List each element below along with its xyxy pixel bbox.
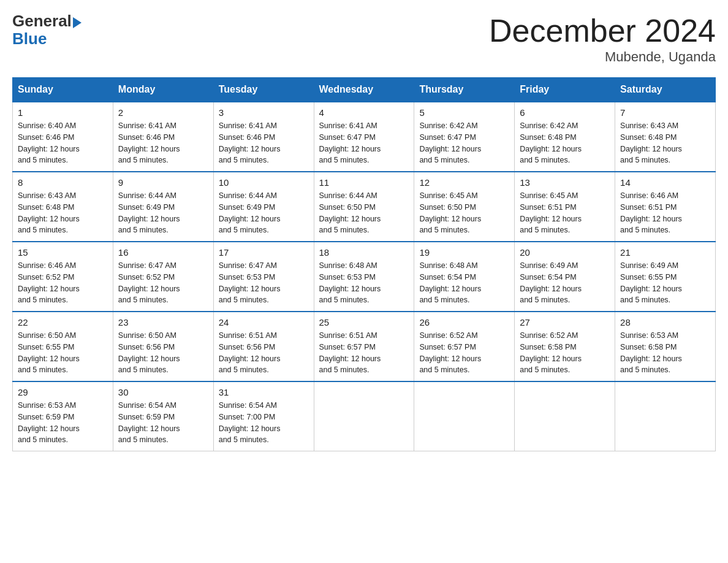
day-info: Sunrise: 6:53 AM Sunset: 6:58 PM Dayligh… bbox=[620, 330, 710, 376]
day-info: Sunrise: 6:54 AM Sunset: 7:00 PM Dayligh… bbox=[219, 400, 309, 446]
calendar-cell: 21 Sunrise: 6:49 AM Sunset: 6:55 PM Dayl… bbox=[615, 242, 716, 312]
day-number: 19 bbox=[419, 247, 509, 258]
logo-general-text: General bbox=[12, 12, 72, 30]
day-number: 24 bbox=[219, 317, 309, 327]
day-number: 11 bbox=[319, 177, 409, 188]
day-info: Sunrise: 6:44 AM Sunset: 6:49 PM Dayligh… bbox=[219, 190, 309, 236]
calendar-cell: 13 Sunrise: 6:45 AM Sunset: 6:51 PM Dayl… bbox=[515, 172, 615, 242]
col-wednesday: Wednesday bbox=[314, 78, 414, 102]
day-info: Sunrise: 6:51 AM Sunset: 6:56 PM Dayligh… bbox=[219, 330, 309, 376]
day-info: Sunrise: 6:53 AM Sunset: 6:59 PM Dayligh… bbox=[18, 400, 108, 446]
calendar-cell: 17 Sunrise: 6:47 AM Sunset: 6:53 PM Dayl… bbox=[213, 242, 314, 312]
day-number: 2 bbox=[118, 107, 208, 118]
calendar-cell bbox=[414, 381, 515, 451]
day-number: 8 bbox=[18, 177, 108, 188]
day-number: 18 bbox=[319, 247, 409, 258]
day-number: 1 bbox=[18, 107, 108, 118]
day-info: Sunrise: 6:47 AM Sunset: 6:52 PM Dayligh… bbox=[118, 260, 208, 306]
day-number: 22 bbox=[18, 317, 108, 327]
day-info: Sunrise: 6:44 AM Sunset: 6:49 PM Dayligh… bbox=[118, 190, 208, 236]
day-number: 13 bbox=[520, 177, 610, 188]
day-info: Sunrise: 6:49 AM Sunset: 6:54 PM Dayligh… bbox=[520, 260, 610, 306]
calendar-header: Sunday Monday Tuesday Wednesday Thursday… bbox=[13, 78, 716, 102]
day-info: Sunrise: 6:46 AM Sunset: 6:52 PM Dayligh… bbox=[18, 260, 108, 306]
day-number: 3 bbox=[219, 107, 309, 118]
calendar-table: Sunday Monday Tuesday Wednesday Thursday… bbox=[12, 77, 716, 451]
day-info: Sunrise: 6:42 AM Sunset: 6:48 PM Dayligh… bbox=[520, 120, 610, 166]
calendar-cell: 18 Sunrise: 6:48 AM Sunset: 6:53 PM Dayl… bbox=[314, 242, 414, 312]
day-info: Sunrise: 6:41 AM Sunset: 6:46 PM Dayligh… bbox=[118, 120, 208, 166]
calendar-cell: 23 Sunrise: 6:50 AM Sunset: 6:56 PM Dayl… bbox=[113, 312, 213, 381]
day-number: 17 bbox=[219, 247, 309, 258]
calendar-cell: 26 Sunrise: 6:52 AM Sunset: 6:57 PM Dayl… bbox=[414, 312, 515, 381]
calendar-cell: 9 Sunrise: 6:44 AM Sunset: 6:49 PM Dayli… bbox=[113, 172, 213, 242]
day-info: Sunrise: 6:42 AM Sunset: 6:47 PM Dayligh… bbox=[419, 120, 509, 166]
day-info: Sunrise: 6:50 AM Sunset: 6:56 PM Dayligh… bbox=[118, 330, 208, 376]
calendar-cell bbox=[314, 381, 414, 451]
day-info: Sunrise: 6:48 AM Sunset: 6:53 PM Dayligh… bbox=[319, 260, 409, 306]
calendar-cell: 8 Sunrise: 6:43 AM Sunset: 6:48 PM Dayli… bbox=[13, 172, 113, 242]
day-info: Sunrise: 6:50 AM Sunset: 6:55 PM Dayligh… bbox=[18, 330, 108, 376]
page-header: General Blue December 2024 Mubende, Ugan… bbox=[12, 12, 716, 65]
day-number: 29 bbox=[18, 387, 108, 397]
calendar-cell: 14 Sunrise: 6:46 AM Sunset: 6:51 PM Dayl… bbox=[615, 172, 716, 242]
day-number: 9 bbox=[118, 177, 208, 188]
day-number: 7 bbox=[620, 107, 710, 118]
day-info: Sunrise: 6:41 AM Sunset: 6:47 PM Dayligh… bbox=[319, 120, 409, 166]
day-info: Sunrise: 6:45 AM Sunset: 6:50 PM Dayligh… bbox=[419, 190, 509, 236]
calendar-cell: 2 Sunrise: 6:41 AM Sunset: 6:46 PM Dayli… bbox=[113, 102, 213, 172]
calendar-cell: 7 Sunrise: 6:43 AM Sunset: 6:48 PM Dayli… bbox=[615, 102, 716, 172]
calendar-cell: 29 Sunrise: 6:53 AM Sunset: 6:59 PM Dayl… bbox=[13, 381, 113, 451]
col-monday: Monday bbox=[113, 78, 213, 102]
calendar-cell: 11 Sunrise: 6:44 AM Sunset: 6:50 PM Dayl… bbox=[314, 172, 414, 242]
day-number: 4 bbox=[319, 107, 409, 118]
day-info: Sunrise: 6:49 AM Sunset: 6:55 PM Dayligh… bbox=[620, 260, 710, 306]
logo-blue-text: Blue bbox=[12, 29, 47, 48]
day-number: 25 bbox=[319, 317, 409, 327]
calendar-cell: 16 Sunrise: 6:47 AM Sunset: 6:52 PM Dayl… bbox=[113, 242, 213, 312]
day-info: Sunrise: 6:52 AM Sunset: 6:57 PM Dayligh… bbox=[419, 330, 509, 376]
week-row-3: 15 Sunrise: 6:46 AM Sunset: 6:52 PM Dayl… bbox=[13, 242, 716, 312]
day-number: 26 bbox=[419, 317, 509, 327]
calendar-cell bbox=[615, 381, 716, 451]
calendar-body: 1 Sunrise: 6:40 AM Sunset: 6:46 PM Dayli… bbox=[13, 102, 716, 451]
calendar-cell: 27 Sunrise: 6:52 AM Sunset: 6:58 PM Dayl… bbox=[515, 312, 615, 381]
header-row: Sunday Monday Tuesday Wednesday Thursday… bbox=[13, 78, 716, 102]
day-number: 30 bbox=[118, 387, 208, 397]
calendar-cell: 19 Sunrise: 6:48 AM Sunset: 6:54 PM Dayl… bbox=[414, 242, 515, 312]
day-info: Sunrise: 6:46 AM Sunset: 6:51 PM Dayligh… bbox=[620, 190, 710, 236]
calendar-cell: 28 Sunrise: 6:53 AM Sunset: 6:58 PM Dayl… bbox=[615, 312, 716, 381]
day-number: 5 bbox=[419, 107, 509, 118]
title-section: December 2024 Mubende, Uganda bbox=[489, 12, 716, 65]
day-number: 16 bbox=[118, 247, 208, 258]
calendar-cell: 10 Sunrise: 6:44 AM Sunset: 6:49 PM Dayl… bbox=[213, 172, 314, 242]
col-saturday: Saturday bbox=[615, 78, 716, 102]
day-number: 12 bbox=[419, 177, 509, 188]
logo-triangle-icon bbox=[73, 17, 82, 28]
day-info: Sunrise: 6:43 AM Sunset: 6:48 PM Dayligh… bbox=[620, 120, 710, 166]
day-number: 23 bbox=[118, 317, 208, 327]
day-info: Sunrise: 6:45 AM Sunset: 6:51 PM Dayligh… bbox=[520, 190, 610, 236]
day-number: 20 bbox=[520, 247, 610, 258]
location-subtitle: Mubende, Uganda bbox=[489, 49, 716, 65]
week-row-2: 8 Sunrise: 6:43 AM Sunset: 6:48 PM Dayli… bbox=[13, 172, 716, 242]
day-info: Sunrise: 6:52 AM Sunset: 6:58 PM Dayligh… bbox=[520, 330, 610, 376]
calendar-cell bbox=[515, 381, 615, 451]
calendar-cell: 30 Sunrise: 6:54 AM Sunset: 6:59 PM Dayl… bbox=[113, 381, 213, 451]
day-info: Sunrise: 6:44 AM Sunset: 6:50 PM Dayligh… bbox=[319, 190, 409, 236]
calendar-cell: 12 Sunrise: 6:45 AM Sunset: 6:50 PM Dayl… bbox=[414, 172, 515, 242]
calendar-cell: 3 Sunrise: 6:41 AM Sunset: 6:46 PM Dayli… bbox=[213, 102, 314, 172]
calendar-cell: 25 Sunrise: 6:51 AM Sunset: 6:57 PM Dayl… bbox=[314, 312, 414, 381]
logo: General Blue bbox=[12, 12, 82, 47]
calendar-cell: 31 Sunrise: 6:54 AM Sunset: 7:00 PM Dayl… bbox=[213, 381, 314, 451]
day-number: 15 bbox=[18, 247, 108, 258]
col-thursday: Thursday bbox=[414, 78, 515, 102]
day-number: 14 bbox=[620, 177, 710, 188]
day-info: Sunrise: 6:40 AM Sunset: 6:46 PM Dayligh… bbox=[18, 120, 108, 166]
calendar-cell: 4 Sunrise: 6:41 AM Sunset: 6:47 PM Dayli… bbox=[314, 102, 414, 172]
day-number: 21 bbox=[620, 247, 710, 258]
col-friday: Friday bbox=[515, 78, 615, 102]
day-number: 31 bbox=[219, 387, 309, 397]
calendar-cell: 24 Sunrise: 6:51 AM Sunset: 6:56 PM Dayl… bbox=[213, 312, 314, 381]
day-info: Sunrise: 6:54 AM Sunset: 6:59 PM Dayligh… bbox=[118, 400, 208, 446]
